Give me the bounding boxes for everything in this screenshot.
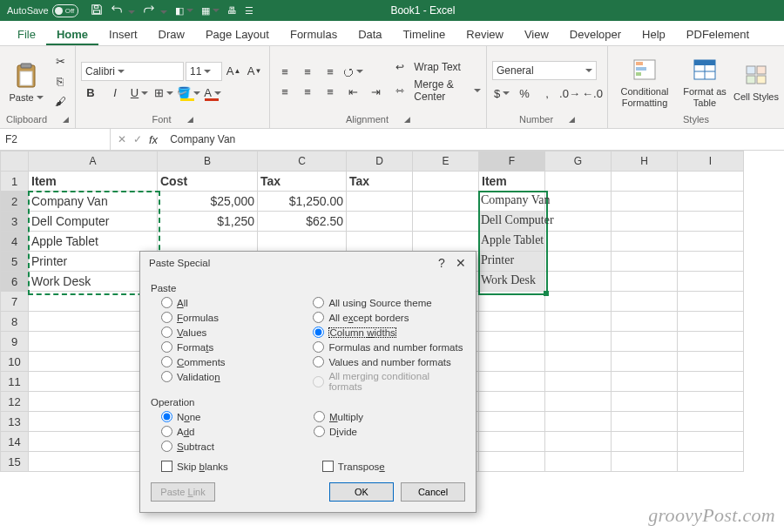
tab-file[interactable]: File [7, 24, 46, 45]
decrease-font-icon[interactable]: A▼ [245, 63, 264, 80]
save-icon[interactable] [91, 3, 103, 17]
radio-comments[interactable]: Comments [161, 356, 313, 367]
cancel-formula-icon[interactable]: ✕ [118, 133, 126, 145]
cell[interactable]: $1,250.00 [258, 192, 347, 212]
cell[interactable] [612, 212, 678, 232]
cell[interactable] [612, 252, 678, 272]
row-header-7[interactable]: 7 [1, 292, 29, 312]
help-button[interactable]: ? [432, 256, 451, 270]
qat-icon-3[interactable]: 🖶 [227, 5, 237, 16]
merge-center-button[interactable]: ⇿ Merge & Center [395, 78, 481, 103]
cell[interactable] [678, 232, 744, 252]
cell[interactable] [612, 192, 678, 212]
cell[interactable]: Tax [347, 172, 413, 192]
row-header-8[interactable]: 8 [1, 312, 29, 332]
radio-values[interactable]: Values [161, 327, 313, 338]
increase-font-icon[interactable]: A▲ [224, 63, 243, 80]
orientation-icon[interactable]: ⭯ [343, 63, 362, 80]
row-header-10[interactable]: 10 [1, 352, 29, 372]
italic-button[interactable]: I [105, 84, 125, 102]
cut-icon[interactable]: ✂ [51, 53, 70, 71]
cell[interactable] [678, 252, 744, 272]
font-launcher[interactable]: ◢ [187, 116, 193, 124]
tab-pdfelement[interactable]: PDFelement [676, 24, 760, 45]
format-as-table-button[interactable]: Format as Table [678, 55, 732, 107]
paste-button[interactable]: Paste [5, 61, 47, 103]
radio-borders[interactable]: All except borders [313, 312, 465, 323]
clipboard-launcher[interactable]: ◢ [63, 116, 69, 124]
indent-decrease-icon[interactable]: ⇤ [343, 83, 362, 100]
percent-button[interactable]: % [515, 84, 534, 102]
row-header-4[interactable]: 4 [1, 232, 29, 252]
underline-button[interactable]: U [130, 84, 149, 102]
tab-draw[interactable]: Draw [148, 24, 195, 45]
radio-divide[interactable]: Divide [314, 426, 363, 437]
bold-button[interactable]: B [81, 84, 100, 102]
col-header-H[interactable]: H [612, 152, 678, 172]
cancel-button[interactable]: Cancel [401, 482, 465, 502]
col-header-E[interactable]: E [413, 152, 479, 172]
cell[interactable] [545, 212, 612, 232]
row-header-11[interactable]: 11 [1, 372, 29, 392]
radio-formats[interactable]: Formats [161, 341, 313, 353]
cell[interactable] [612, 172, 678, 192]
tab-timeline[interactable]: Timeline [393, 24, 456, 45]
ok-button[interactable]: OK [329, 482, 394, 502]
radio-validation[interactable]: Validation [161, 371, 313, 382]
font-size-dropdown[interactable]: 11 [186, 62, 222, 81]
radio-widths[interactable]: Column widths [313, 327, 465, 338]
col-header-G[interactable]: G [545, 152, 612, 172]
tab-view[interactable]: View [514, 24, 559, 45]
radio-none[interactable]: None [161, 411, 314, 422]
row-header-13[interactable]: 13 [1, 412, 29, 432]
cell[interactable]: Item [479, 172, 545, 192]
tab-data[interactable]: Data [348, 24, 392, 45]
number-launcher[interactable]: ◢ [569, 116, 575, 124]
tab-page-layout[interactable]: Page Layout [195, 24, 280, 45]
cell[interactable]: Company Van [29, 192, 158, 212]
fx-icon[interactable]: fx [149, 133, 158, 146]
format-painter-icon[interactable]: 🖌 [51, 93, 70, 111]
cell[interactable] [678, 272, 744, 292]
cell[interactable] [678, 172, 744, 192]
qat-icon-1[interactable]: ◧ [175, 5, 193, 17]
cell[interactable] [479, 212, 545, 232]
cell[interactable]: $25,000 [158, 192, 258, 212]
cell[interactable]: Work Desk [29, 272, 158, 292]
radio-multiply[interactable]: Multiply [314, 411, 363, 422]
cell[interactable]: $62.50 [258, 212, 347, 232]
tab-developer[interactable]: Developer [559, 24, 632, 45]
cell[interactable] [347, 232, 413, 252]
cell[interactable]: Dell Computer [29, 212, 158, 232]
row-header-15[interactable]: 15 [1, 452, 29, 472]
border-icon[interactable]: ⊞ [154, 84, 173, 102]
cell-styles-button[interactable]: Cell Styles [733, 60, 779, 102]
align-middle-icon[interactable]: ≡ [298, 63, 317, 80]
row-header-12[interactable]: 12 [1, 392, 29, 412]
decrease-decimal-icon[interactable]: ←.0 [583, 84, 602, 102]
enter-formula-icon[interactable]: ✓ [133, 133, 142, 145]
cell[interactable] [479, 232, 545, 252]
redo-icon[interactable] [143, 3, 167, 17]
cell[interactable] [545, 272, 612, 292]
radio-formulas[interactable]: Formulas [161, 312, 313, 323]
cell[interactable] [678, 192, 744, 212]
transpose-checkbox[interactable]: Transpose [322, 461, 385, 472]
radio-add[interactable]: Add [161, 426, 314, 437]
cell[interactable] [413, 172, 479, 192]
row-header-9[interactable]: 9 [1, 332, 29, 352]
cell[interactable] [258, 232, 347, 252]
undo-icon[interactable] [111, 3, 135, 17]
cell[interactable] [678, 212, 744, 232]
radio-subtract[interactable]: Subtract [161, 441, 314, 452]
tab-help[interactable]: Help [632, 24, 676, 45]
radio-valnum[interactable]: Values and number formats [313, 356, 465, 367]
row-header-5[interactable]: 5 [1, 252, 29, 272]
number-format-dropdown[interactable]: General [492, 61, 597, 80]
col-header-A[interactable]: A [29, 152, 158, 172]
cell[interactable] [612, 272, 678, 292]
font-name-dropdown[interactable]: Calibri [81, 62, 184, 81]
cell[interactable] [347, 212, 413, 232]
name-box[interactable]: F2 [0, 129, 111, 150]
cell[interactable]: Cost [158, 172, 258, 192]
